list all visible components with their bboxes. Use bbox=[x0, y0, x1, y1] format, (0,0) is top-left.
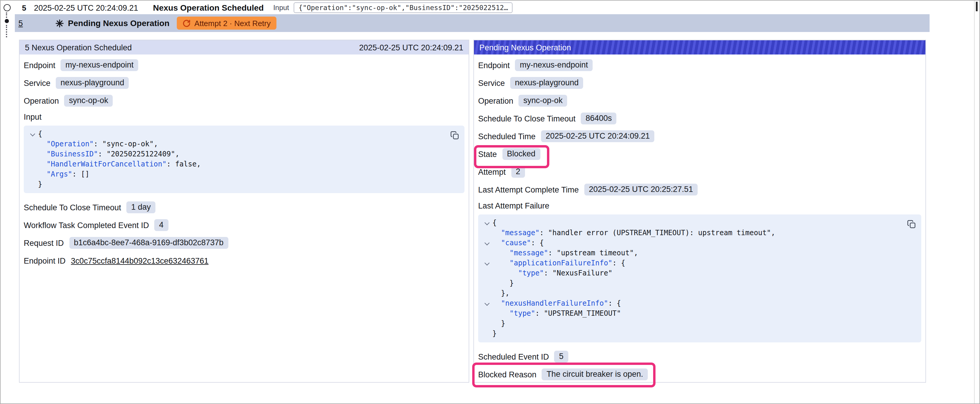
timeline-dotted-connector bbox=[6, 25, 7, 37]
collapse-chevron-icon[interactable] bbox=[482, 258, 492, 268]
code-line: "cause": { bbox=[482, 238, 915, 248]
field-row-service: Service nexus-playground bbox=[24, 77, 465, 89]
code-gutter bbox=[482, 248, 492, 258]
code-gutter bbox=[482, 279, 492, 288]
json-token: [] bbox=[81, 170, 89, 178]
event-timestamp: 2025-02-25 UTC 20:24:09.21 bbox=[34, 3, 138, 12]
json-token: , bbox=[175, 150, 179, 158]
copy-icon[interactable] bbox=[450, 130, 459, 140]
code-line: "type": "UPSTREAM_TIMEOUT" bbox=[482, 309, 915, 319]
json-token: } bbox=[501, 319, 505, 328]
code-gutter bbox=[482, 268, 492, 279]
field-value-badge: sync-op-ok bbox=[519, 95, 567, 107]
field-value-badge: my-nexus-endpoint bbox=[61, 59, 138, 71]
field-row-schedule-to-close-timeout: Schedule To Close Timeout 86400s bbox=[478, 112, 921, 124]
json-key: "type" bbox=[518, 269, 544, 277]
code-line: } bbox=[482, 319, 915, 329]
field-row-operation: Operation sync-op-ok bbox=[478, 95, 921, 107]
timeline-event-dot-icon[interactable] bbox=[5, 19, 9, 23]
input-json-viewer: {"Operation": "sync-op-ok","BusinessID":… bbox=[24, 125, 465, 193]
code-line: "applicationFailureInfo": { bbox=[482, 258, 915, 268]
json-token: "handler error (UPSTREAM_TIMEOUT): upstr… bbox=[548, 229, 771, 237]
code-gutter bbox=[482, 288, 492, 299]
collapse-chevron-icon[interactable] bbox=[482, 218, 492, 228]
failure-section-label: Last Attempt Failure bbox=[478, 201, 921, 210]
blocked-reason-badge: The circuit breaker is open. bbox=[542, 368, 648, 380]
code-line: "nexusHandlerFailureInfo": { bbox=[482, 299, 915, 309]
field-row-scheduled-time: Scheduled Time 2025-02-25 UTC 20:24:09.2… bbox=[478, 130, 921, 142]
event-id[interactable]: 5 bbox=[22, 3, 26, 12]
json-token: { bbox=[492, 219, 496, 227]
field-row-scheduled-event-id: Scheduled Event ID 5 bbox=[478, 351, 921, 363]
field-row-request-id: Request ID b1c6a4bc-8ee7-468a-9169-df3b0… bbox=[24, 237, 465, 249]
code-gutter bbox=[27, 149, 38, 159]
event-input-label: Input bbox=[273, 3, 289, 12]
pending-operation-panel: Pending Nexus Operation Endpoint my-nexu… bbox=[473, 40, 926, 383]
field-value-badge: 1 day bbox=[126, 201, 156, 213]
field-value-badge: 86400s bbox=[581, 112, 617, 124]
field-label: Endpoint bbox=[24, 61, 56, 70]
field-value-badge: b1c6a4bc-8ee7-468a-9169-df3b02c8737b bbox=[69, 237, 228, 249]
code-gutter bbox=[27, 170, 38, 179]
copy-icon[interactable] bbox=[907, 219, 916, 229]
endpoint-id-link[interactable]: 3c0c75ccfa8144b092c13ce632463761 bbox=[71, 256, 208, 265]
pending-operation-header-title: Pending Nexus Operation bbox=[479, 43, 571, 52]
json-token: , bbox=[771, 229, 775, 237]
code-line: } bbox=[27, 179, 458, 190]
json-token: : bbox=[539, 229, 548, 237]
field-value-badge: nexus-playground bbox=[56, 77, 129, 89]
field-value-badge: 5 bbox=[554, 351, 568, 363]
json-key: "Operation" bbox=[46, 140, 94, 148]
field-value-badge: sync-op-ok bbox=[64, 95, 113, 107]
code-gutter bbox=[482, 309, 492, 319]
code-line: "message": "upstream timeout", bbox=[482, 248, 915, 258]
code-gutter bbox=[27, 179, 38, 190]
field-label: Service bbox=[478, 79, 505, 87]
field-row-endpoint: Endpoint my-nexus-endpoint bbox=[478, 59, 921, 71]
field-label: Schedule To Close Timeout bbox=[24, 203, 121, 212]
pending-event-id-link[interactable]: 5 bbox=[18, 19, 23, 27]
collapse-chevron-icon[interactable] bbox=[27, 129, 38, 139]
field-value-badge: 2025-02-25 UTC 20:25:27.51 bbox=[584, 184, 698, 195]
event-title: Nexus Operation Scheduled bbox=[153, 3, 264, 13]
field-label: Scheduled Time bbox=[478, 132, 536, 141]
field-row-schedule-to-close-timeout: Schedule To Close Timeout 1 day bbox=[24, 201, 465, 213]
json-token: : bbox=[166, 160, 175, 168]
event-detail-header-title: 5 Nexus Operation Scheduled bbox=[25, 43, 132, 52]
collapse-chevron-icon[interactable] bbox=[482, 299, 492, 309]
field-value-badge: nexus-playground bbox=[510, 77, 584, 89]
code-gutter bbox=[482, 319, 492, 329]
field-label: Schedule To Close Timeout bbox=[478, 114, 576, 123]
attempt-retry-label: Attempt 2 · Next Retry bbox=[194, 19, 270, 27]
json-key: "nexusHandlerFailureInfo" bbox=[501, 299, 608, 307]
event-timeline bbox=[1, 1, 15, 42]
code-line: "Args": [] bbox=[27, 170, 458, 179]
json-token: false bbox=[175, 160, 196, 168]
scrollbar-thumb[interactable] bbox=[976, 2, 978, 11]
code-gutter bbox=[27, 139, 38, 149]
code-line: { bbox=[27, 129, 458, 139]
field-row-operation: Operation sync-op-ok bbox=[24, 95, 465, 107]
json-token: , bbox=[154, 140, 158, 148]
field-label: Blocked Reason bbox=[478, 370, 536, 379]
json-token: "upstream timeout" bbox=[557, 249, 634, 257]
json-key: "HandlerWaitForCancellation" bbox=[46, 160, 167, 168]
event-detail-header: 5 Nexus Operation Scheduled 2025-02-25 U… bbox=[19, 40, 469, 54]
collapse-chevron-icon[interactable] bbox=[482, 238, 492, 248]
timeline-event-ring-icon[interactable] bbox=[3, 4, 11, 11]
json-token: , bbox=[197, 160, 201, 168]
field-row-endpoint-id: Endpoint ID 3c0c75ccfa8144b092c13ce63246… bbox=[24, 255, 465, 266]
field-row-blocked-reason: Blocked Reason The circuit breaker is op… bbox=[478, 368, 921, 380]
code-line: { bbox=[482, 218, 915, 228]
event-summary-row[interactable]: 5 2025-02-25 UTC 20:24:09.21 Nexus Opera… bbox=[15, 1, 513, 14]
json-token: , bbox=[634, 249, 638, 257]
pending-operation-row[interactable]: 5 Pending Nexus Operation Attempt 2 · Ne… bbox=[15, 14, 929, 32]
json-token: : bbox=[544, 269, 552, 277]
scrollbar[interactable] bbox=[974, 1, 979, 403]
field-value-badge: 2025-02-25 UTC 20:24:09.21 bbox=[541, 130, 655, 142]
code-line: "type": "NexusFailure" bbox=[482, 268, 915, 279]
field-label: Operation bbox=[478, 96, 514, 105]
event-input-preview[interactable]: {"Operation":"sync-op-ok","BusinessID":"… bbox=[294, 2, 513, 13]
field-row-state: State Blocked bbox=[478, 148, 921, 160]
json-token: : bbox=[94, 140, 102, 148]
